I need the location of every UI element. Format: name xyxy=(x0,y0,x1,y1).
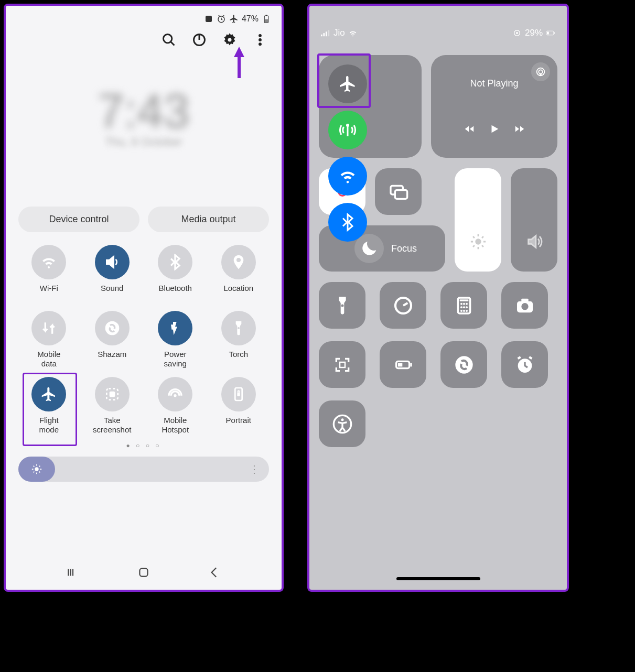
svg-point-8 xyxy=(228,38,232,42)
svg-rect-16 xyxy=(109,392,115,397)
bluetooth-toggle[interactable] xyxy=(328,203,367,242)
svg-rect-3 xyxy=(265,19,268,23)
svg-point-37 xyxy=(475,239,481,244)
slider-menu-icon[interactable]: ⋮ xyxy=(249,463,260,475)
qs-tile-label: Takescreenshot xyxy=(93,416,131,435)
qs-tile-screenshot[interactable]: Takescreenshot xyxy=(82,377,143,435)
connectivity-panel[interactable] xyxy=(319,55,422,158)
svg-point-12 xyxy=(236,258,241,262)
svg-point-48 xyxy=(463,310,465,312)
svg-rect-56 xyxy=(398,363,402,366)
screenshot-icon xyxy=(95,377,130,411)
svg-point-42 xyxy=(463,302,465,305)
svg-rect-27 xyxy=(516,32,518,34)
bluetooth-icon xyxy=(158,245,192,279)
media-output-button[interactable]: Media output xyxy=(148,207,269,232)
wifi-icon xyxy=(31,245,66,279)
timer-button[interactable] xyxy=(380,282,426,329)
battery-icon xyxy=(546,29,555,37)
home-indicator[interactable] xyxy=(396,577,480,580)
qr-button[interactable] xyxy=(319,341,365,388)
svg-point-9 xyxy=(259,34,262,37)
camera-button[interactable] xyxy=(501,282,548,329)
svg-rect-36 xyxy=(395,190,407,199)
home-button[interactable] xyxy=(137,566,150,579)
calculator-button[interactable] xyxy=(440,282,487,329)
qs-tile-label: MobileHotspot xyxy=(162,416,189,435)
recents-button[interactable] xyxy=(66,566,80,579)
android-toolbar xyxy=(6,27,282,48)
svg-point-31 xyxy=(346,124,349,127)
qs-tile-location[interactable]: Location xyxy=(208,245,270,302)
battery-icon xyxy=(262,14,271,24)
alarm-button[interactable] xyxy=(501,341,548,388)
qs-tile-sound[interactable]: Sound xyxy=(82,245,143,302)
svg-point-46 xyxy=(466,306,468,308)
qs-tile-portrait[interactable]: Portrait xyxy=(208,377,270,435)
qs-tile-plane[interactable]: Flightmode xyxy=(18,377,80,435)
qs-tile-power[interactable]: Powersaving xyxy=(145,311,206,368)
svg-point-32 xyxy=(539,70,542,73)
svg-rect-29 xyxy=(547,31,549,34)
qs-tile-bluetooth[interactable]: Bluetooth xyxy=(145,245,206,302)
volume-slider[interactable] xyxy=(511,168,557,272)
lowpower-button[interactable] xyxy=(380,341,426,388)
power-button[interactable] xyxy=(191,32,207,48)
more-button[interactable] xyxy=(252,32,268,48)
qs-tile-label: Mobiledata xyxy=(37,350,60,368)
qs-tile-shazam[interactable]: Shazam xyxy=(82,311,143,368)
svg-point-38 xyxy=(341,304,343,307)
media-title: Not Playing xyxy=(470,78,518,89)
svg-point-52 xyxy=(521,303,528,310)
calculator-icon xyxy=(454,295,475,316)
qs-tile-data[interactable]: Mobiledata xyxy=(18,311,80,368)
forward-button[interactable] xyxy=(514,123,525,135)
play-button[interactable] xyxy=(489,123,500,135)
qs-tile-wifi[interactable]: Wi-Fi xyxy=(18,245,80,302)
cellular-toggle[interactable] xyxy=(328,111,367,149)
clock-time: 7:43 xyxy=(6,84,282,138)
flashlight-button[interactable] xyxy=(319,282,365,329)
settings-button[interactable] xyxy=(222,32,238,48)
qs-tile-hotspot[interactable]: MobileHotspot xyxy=(145,377,206,435)
search-button[interactable] xyxy=(161,32,177,48)
svg-point-5 xyxy=(164,35,172,43)
media-panel[interactable]: Not Playing xyxy=(431,55,557,158)
screen-mirror-toggle[interactable] xyxy=(375,168,422,215)
rewind-button[interactable] xyxy=(464,123,475,135)
svg-rect-25 xyxy=(328,30,330,37)
qs-tile-torch[interactable]: Torch xyxy=(208,311,270,368)
svg-point-44 xyxy=(460,306,462,308)
android-navbar xyxy=(6,566,282,579)
battery-percent: 47% xyxy=(242,14,259,24)
qs-tile-label: Portrait xyxy=(226,416,251,435)
svg-rect-53 xyxy=(521,298,528,302)
back-button[interactable] xyxy=(208,566,221,579)
svg-point-10 xyxy=(259,38,262,41)
wifi-toggle[interactable] xyxy=(328,157,367,196)
brightness-slider[interactable] xyxy=(455,168,501,272)
power-icon xyxy=(158,311,192,345)
device-control-button[interactable]: Device control xyxy=(18,207,139,232)
airplay-button[interactable] xyxy=(531,62,550,81)
accessibility-button[interactable] xyxy=(319,400,365,447)
shazam-icon xyxy=(95,311,130,345)
svg-rect-54 xyxy=(340,362,345,367)
svg-rect-57 xyxy=(410,363,412,366)
svg-point-17 xyxy=(174,394,177,397)
svg-rect-24 xyxy=(326,31,327,36)
alarm-icon xyxy=(514,354,535,375)
svg-point-14 xyxy=(238,327,240,329)
svg-point-61 xyxy=(341,418,343,421)
qs-tile-label: Wi-Fi xyxy=(40,284,58,302)
svg-rect-21 xyxy=(139,568,147,576)
svg-rect-4 xyxy=(266,15,267,16)
focus-label: Focus xyxy=(391,243,417,254)
svg-point-45 xyxy=(463,306,465,308)
svg-rect-50 xyxy=(459,299,468,301)
svg-point-13 xyxy=(105,321,119,335)
shazam-button[interactable] xyxy=(440,341,487,388)
brightness-slider[interactable]: ⋮ xyxy=(18,457,269,482)
qs-tile-label: Shazam xyxy=(98,350,126,368)
battery-percent: 29% xyxy=(525,28,543,38)
